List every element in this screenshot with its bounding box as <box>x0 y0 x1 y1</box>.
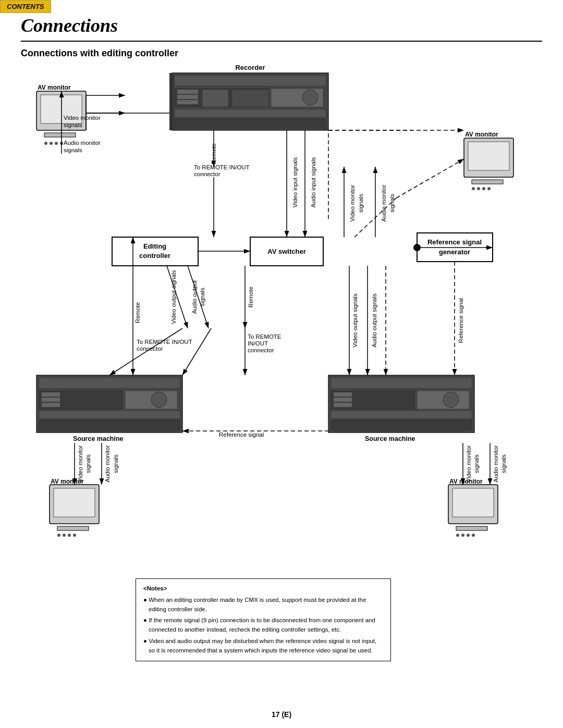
audio-monitor-signals-br-label2: signals <box>500 454 507 473</box>
svg-line-96 <box>188 266 209 328</box>
notes-title: <Notes> <box>143 584 383 594</box>
video-monitor-signals-tl-label: Video monitor <box>64 115 101 121</box>
svg-rect-46 <box>331 378 472 388</box>
source-machine-right <box>328 375 474 433</box>
svg-point-24 <box>477 187 480 190</box>
svg-rect-1 <box>175 76 326 86</box>
page-number: 17 (E) <box>272 710 291 719</box>
audio-monitor-signals-bl-label: Audio monitor <box>104 445 111 482</box>
remote-top-label: Remote <box>211 143 217 164</box>
svg-line-99 <box>182 328 211 375</box>
svg-rect-22 <box>472 180 503 184</box>
svg-line-98 <box>109 328 182 375</box>
audio-output-signals-left-label2: signals <box>199 288 205 306</box>
svg-rect-15 <box>44 133 76 137</box>
reference-signal-vertical-label: Reference signal <box>458 298 464 343</box>
svg-point-61 <box>73 534 76 537</box>
svg-rect-44 <box>42 403 60 407</box>
remote-bottom-label: Remote <box>248 287 254 307</box>
svg-text:AV switcher: AV switcher <box>267 248 305 255</box>
av-monitor-top-right-label: AV monitor <box>465 131 498 138</box>
audio-input-signals-label: Audio input signals <box>310 157 316 207</box>
svg-text:Editing: Editing <box>143 242 166 250</box>
editing-controller-box: Editing controller <box>112 237 198 266</box>
audio-output-signals-right-label: Audio output signals <box>371 293 377 348</box>
video-output-signals-left-label: Video output signals <box>170 270 177 324</box>
svg-rect-40 <box>39 411 180 418</box>
video-monitor-signals-right-label: Video monitor <box>349 184 356 221</box>
note-bullet-1: ● When an editing controller made by CMX… <box>143 596 383 614</box>
svg-point-67 <box>467 534 470 537</box>
av-monitor-bottom-left <box>50 485 99 537</box>
svg-rect-43 <box>42 398 60 402</box>
svg-line-79 <box>396 159 464 198</box>
video-monitor-signals-tl-label2: signals <box>64 122 82 128</box>
svg-rect-64 <box>456 526 487 530</box>
svg-rect-21 <box>468 142 509 170</box>
svg-point-16 <box>44 142 47 145</box>
video-input-signals-label: Video input signals <box>292 157 298 208</box>
svg-text:Reference signal: Reference signal <box>427 238 482 246</box>
to-remote-in-out-connector-bottom-left: connector <box>137 346 163 352</box>
audio-monitor-signals-br-label: Audio monitor <box>493 445 499 482</box>
note-bullet-2: ● If the remote signal (9 pin) connectio… <box>143 616 383 635</box>
svg-rect-11 <box>232 90 268 107</box>
video-output-signals-right-label: Video output signals <box>352 293 358 348</box>
svg-point-26 <box>487 187 491 190</box>
av-monitor-top-left-label: AV monitor <box>38 84 71 91</box>
svg-point-68 <box>472 534 475 537</box>
to-remote-bottom-center-label: To REMOTE <box>248 334 282 340</box>
svg-rect-8 <box>177 95 198 99</box>
svg-rect-7 <box>177 90 198 94</box>
note-bullet-3: ● Video and audio output may be disturbe… <box>143 637 383 656</box>
svg-rect-36 <box>39 378 180 388</box>
svg-rect-50 <box>331 411 472 418</box>
svg-rect-42 <box>42 392 60 397</box>
audio-monitor-signals-tl-label2: signals <box>64 147 82 153</box>
video-monitor-signals-bl-label2: signals <box>85 454 91 473</box>
svg-line-95 <box>167 266 188 328</box>
reference-signal-bottom-label: Reference signal <box>219 431 264 438</box>
contents-label: CONTENTS <box>7 3 44 10</box>
svg-rect-9 <box>177 100 198 104</box>
svg-text:controller: controller <box>139 252 170 260</box>
to-remote-in-out-top-label: To REMOTE IN/OUT <box>194 164 250 170</box>
contents-tab[interactable]: CONTENTS <box>0 0 51 13</box>
svg-point-17 <box>50 142 53 145</box>
video-monitor-signals-br-label: Video monitor <box>466 445 472 482</box>
audio-monitor-signals-bl-label2: signals <box>113 454 119 473</box>
svg-rect-54 <box>334 403 352 407</box>
svg-point-58 <box>57 534 60 537</box>
to-remote-in-out-connector-label: connector <box>194 171 221 177</box>
svg-rect-10 <box>202 90 228 107</box>
svg-rect-56 <box>54 488 95 517</box>
av-monitor-top-right <box>464 138 513 190</box>
av-monitor-bottom-right <box>448 485 498 537</box>
svg-point-60 <box>68 534 71 537</box>
av-switcher-box: AV switcher <box>250 237 323 266</box>
title-underline <box>21 41 542 42</box>
svg-rect-41 <box>39 420 180 430</box>
page-title: Connections <box>21 15 118 36</box>
section-subtitle: Connections with editing controller <box>21 48 178 59</box>
svg-point-4 <box>302 90 318 105</box>
svg-rect-63 <box>452 488 494 517</box>
source-machine-left <box>36 375 182 433</box>
to-remote-bottom-center-label2: IN/OUT <box>248 340 268 347</box>
remote-left-label: Remote <box>134 302 141 323</box>
audio-monitor-signals-right-label: Audio monitor <box>381 184 387 221</box>
svg-rect-12 <box>169 73 174 130</box>
svg-rect-53 <box>334 398 352 402</box>
to-remote-bottom-center-label3: connector <box>248 347 274 353</box>
svg-rect-57 <box>57 526 89 530</box>
source-machine-left-label: Source machine <box>73 435 124 442</box>
source-machine-right-label: Source machine <box>365 435 415 442</box>
video-monitor-signals-bl-label: Video monitor <box>77 445 83 482</box>
svg-point-66 <box>461 534 464 537</box>
recorder-label: Recorder <box>235 64 265 71</box>
svg-point-49 <box>443 392 459 408</box>
notes-box: <Notes> ● When an editing controller mad… <box>136 578 391 661</box>
video-monitor-signals-br-label2: signals <box>473 454 480 473</box>
svg-rect-5 <box>175 109 326 117</box>
recorder-device <box>169 73 328 130</box>
